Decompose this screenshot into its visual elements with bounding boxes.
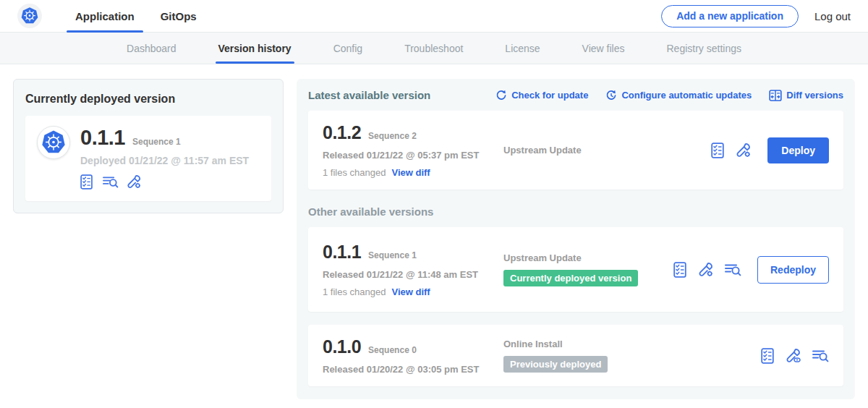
currently-deployed-card: Currently deployed version 0.1.1 Sequenc… — [13, 79, 284, 213]
release-notes-icon[interactable] — [761, 348, 775, 364]
release-notes-icon[interactable] — [80, 174, 94, 190]
version-row-0-1-0: 0.1.0 Sequence 0 Released 01/20/22 @ 03:… — [308, 325, 843, 386]
sequence-label: Sequence 0 — [368, 345, 417, 355]
tab-application-label: Application — [75, 10, 135, 22]
tab-license[interactable]: License — [505, 33, 540, 64]
diff-versions-label: Diff versions — [786, 90, 843, 101]
released-timestamp: Released 01/21/22 @ 11:48 am EST — [323, 269, 503, 280]
view-config-icon[interactable] — [786, 348, 801, 364]
tab-gitops[interactable]: GitOps — [148, 0, 210, 32]
edit-config-icon[interactable] — [127, 174, 142, 190]
deployed-sequence-label: Sequence 1 — [132, 137, 181, 147]
version-source-label: Upstream Update — [503, 145, 582, 156]
latest-available-title: Latest available version — [308, 89, 430, 101]
redeploy-button[interactable]: Redeploy — [757, 256, 829, 284]
files-changed-label: 1 files changed — [323, 286, 386, 297]
sequence-label: Sequence 1 — [368, 250, 417, 260]
version-number: 0.1.1 — [323, 242, 361, 263]
app-logo — [37, 126, 70, 159]
tab-troubleshoot[interactable]: Troubleshoot — [404, 33, 463, 64]
diff-versions-link[interactable]: Diff versions — [769, 90, 843, 101]
release-notes-icon[interactable] — [711, 143, 726, 158]
version-row-0-1-1: 0.1.1 Sequence 1 Released 01/21/22 @ 11:… — [308, 227, 843, 312]
previously-deployed-badge: Previously deployed — [503, 356, 608, 373]
tab-view-files[interactable]: View files — [582, 33, 625, 64]
currently-deployed-version-card: 0.1.1 Sequence 1 Deployed 01/21/22 @ 11:… — [25, 116, 271, 201]
released-timestamp: Released 01/21/22 @ 05:37 pm EST — [323, 150, 503, 161]
header-tabs: Application GitOps — [62, 0, 210, 32]
configure-automatic-updates-label: Configure automatic updates — [621, 90, 752, 101]
deploy-logs-icon[interactable] — [812, 349, 829, 363]
currently-deployed-badge: Currently deployed version — [503, 270, 638, 286]
released-timestamp: Released 01/20/22 @ 03:05 pm EST — [323, 364, 503, 375]
edit-config-icon[interactable] — [736, 143, 752, 158]
deployed-version-number: 0.1.1 — [80, 126, 125, 150]
deployed-timestamp: Deployed 01/21/22 @ 11:57 am EST — [80, 155, 249, 166]
tab-gitops-label: GitOps — [161, 10, 197, 22]
view-diff-link[interactable]: View diff — [391, 286, 430, 297]
tab-registry-settings[interactable]: Registry settings — [667, 33, 741, 64]
other-available-versions-title: Other available versions — [308, 205, 843, 218]
deploy-logs-icon[interactable] — [724, 263, 741, 277]
edit-config-icon[interactable] — [698, 262, 714, 278]
files-changed-label: 1 files changed — [323, 167, 386, 178]
version-history-panel: Latest available version Check for updat… — [297, 79, 855, 399]
release-notes-icon[interactable] — [673, 262, 688, 278]
check-for-update-link[interactable]: Check for update — [495, 90, 588, 101]
configure-automatic-updates-link[interactable]: Configure automatic updates — [605, 90, 752, 101]
tab-version-history[interactable]: Version history — [218, 33, 292, 64]
sequence-label: Sequence 2 — [368, 131, 417, 141]
version-number: 0.1.2 — [323, 122, 361, 143]
logout-button[interactable]: Log out — [814, 10, 851, 22]
version-source-label: Upstream Update — [503, 252, 582, 263]
view-diff-link[interactable]: View diff — [391, 167, 430, 178]
currently-deployed-title: Currently deployed version — [25, 93, 271, 106]
version-row-0-1-2: 0.1.2 Sequence 2 Released 01/21/22 @ 05:… — [308, 111, 843, 190]
tab-config[interactable]: Config — [333, 33, 362, 64]
version-number: 0.1.0 — [323, 336, 361, 357]
diff-icon — [769, 90, 782, 101]
version-source-label: Online Install — [503, 339, 563, 349]
add-new-application-button[interactable]: Add a new application — [661, 5, 799, 27]
schedule-update-icon — [605, 90, 617, 101]
deploy-button[interactable]: Deploy — [767, 137, 829, 163]
app-header: Application GitOps Add a new application… — [0, 0, 868, 33]
tab-application[interactable]: Application — [62, 0, 148, 32]
refresh-icon — [495, 90, 507, 101]
app-subnav: Dashboard Version history Config Trouble… — [0, 33, 868, 64]
deploy-logs-icon[interactable] — [102, 175, 119, 189]
check-for-update-label: Check for update — [511, 90, 588, 101]
tab-dashboard[interactable]: Dashboard — [127, 33, 176, 64]
kubernetes-logo — [17, 4, 42, 28]
